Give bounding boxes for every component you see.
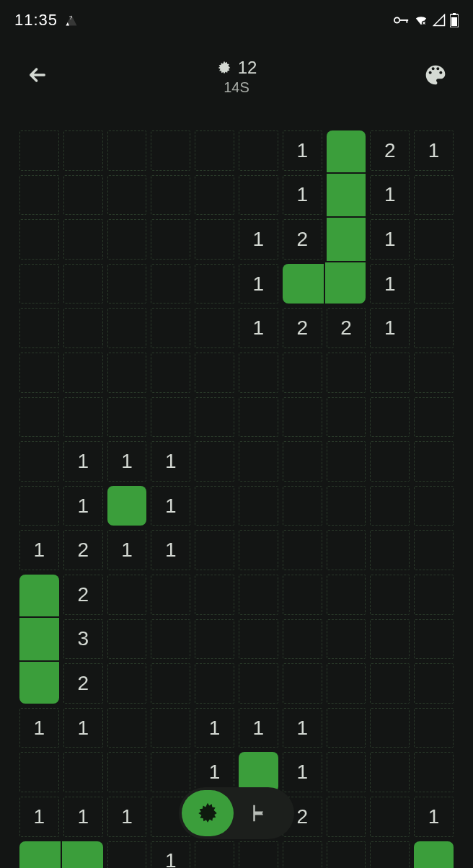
cell[interactable] [324, 794, 368, 839]
cell[interactable] [61, 350, 105, 395]
cell[interactable] [193, 173, 236, 218]
cell[interactable] [368, 706, 412, 750]
cell[interactable] [412, 439, 456, 484]
cell[interactable]: 1 [149, 439, 193, 484]
cell[interactable] [324, 128, 368, 173]
cell[interactable] [368, 617, 412, 662]
cell[interactable] [368, 750, 412, 794]
theme-palette-button[interactable] [418, 58, 453, 95]
cell[interactable] [236, 439, 280, 484]
cell[interactable] [149, 217, 193, 262]
cell[interactable] [324, 262, 368, 306]
cell[interactable]: 1 [368, 217, 412, 262]
cell[interactable]: 1 [105, 528, 149, 572]
cell[interactable] [368, 572, 412, 617]
cell[interactable] [280, 617, 324, 662]
cell[interactable] [193, 617, 236, 662]
cell[interactable] [280, 439, 324, 484]
cell[interactable] [105, 750, 149, 794]
cell[interactable] [324, 439, 368, 484]
cell[interactable] [280, 350, 324, 395]
back-button[interactable] [20, 58, 55, 95]
cell[interactable] [149, 706, 193, 750]
cell[interactable] [324, 706, 368, 750]
cell[interactable] [105, 839, 149, 869]
cell[interactable] [324, 350, 368, 395]
cell[interactable] [149, 350, 193, 395]
cell[interactable] [236, 484, 280, 528]
cell[interactable] [193, 217, 236, 262]
cell[interactable]: 1 [61, 484, 105, 528]
cell[interactable] [412, 306, 456, 350]
cell[interactable] [193, 350, 236, 395]
cell[interactable]: 1 [105, 439, 149, 484]
cell[interactable]: 1 [280, 706, 324, 750]
cell[interactable]: 1 [149, 839, 193, 869]
cell[interactable] [236, 528, 280, 572]
cell[interactable]: 1 [17, 528, 61, 572]
cell[interactable]: 1 [17, 794, 61, 839]
cell[interactable] [61, 217, 105, 262]
cell[interactable]: 3 [61, 617, 105, 662]
cell[interactable] [368, 839, 412, 869]
cell[interactable] [105, 350, 149, 395]
cell[interactable]: 1 [236, 306, 280, 350]
cell[interactable]: 1 [280, 750, 324, 794]
cell[interactable] [368, 439, 412, 484]
cell[interactable] [105, 395, 149, 440]
cell[interactable] [280, 572, 324, 617]
cell[interactable] [280, 484, 324, 528]
cell[interactable]: 2 [368, 128, 412, 173]
cell[interactable] [412, 750, 456, 794]
cell[interactable] [324, 617, 368, 662]
cell[interactable] [61, 128, 105, 173]
cell[interactable] [193, 128, 236, 173]
cell[interactable] [280, 661, 324, 706]
cell[interactable] [193, 262, 236, 306]
cell[interactable] [149, 128, 193, 173]
cell[interactable] [61, 395, 105, 440]
cell[interactable] [193, 839, 236, 869]
cell[interactable]: 1 [17, 706, 61, 750]
cell[interactable] [236, 572, 280, 617]
dig-mode-button[interactable] [182, 790, 234, 836]
cell[interactable]: 1 [236, 217, 280, 262]
cell[interactable] [17, 617, 61, 662]
cell[interactable]: 2 [280, 217, 324, 262]
cell[interactable] [236, 395, 280, 440]
cell[interactable] [193, 484, 236, 528]
cell[interactable]: 1 [280, 128, 324, 173]
cell[interactable] [324, 484, 368, 528]
cell[interactable] [324, 839, 368, 869]
cell[interactable] [368, 794, 412, 839]
cell[interactable] [149, 395, 193, 440]
cell[interactable]: 1 [236, 262, 280, 306]
cell[interactable] [193, 528, 236, 572]
cell[interactable]: 2 [61, 528, 105, 572]
cell[interactable] [324, 395, 368, 440]
cell[interactable] [17, 128, 61, 173]
cell[interactable]: 2 [324, 306, 368, 350]
cell[interactable] [17, 217, 61, 262]
cell[interactable] [236, 350, 280, 395]
cell[interactable] [324, 572, 368, 617]
cell[interactable] [236, 128, 280, 173]
cell[interactable]: 1 [61, 439, 105, 484]
cell[interactable] [149, 262, 193, 306]
cell[interactable] [61, 306, 105, 350]
cell[interactable] [324, 173, 368, 218]
cell[interactable]: 1 [368, 173, 412, 218]
cell[interactable] [105, 706, 149, 750]
cell[interactable] [280, 839, 324, 869]
cell[interactable] [368, 350, 412, 395]
cell[interactable]: 1 [280, 173, 324, 218]
cell[interactable] [412, 661, 456, 706]
cell[interactable] [412, 839, 456, 869]
cell[interactable] [193, 395, 236, 440]
cell[interactable] [412, 173, 456, 218]
cell[interactable] [412, 484, 456, 528]
cell[interactable]: 2 [280, 306, 324, 350]
cell[interactable] [105, 306, 149, 350]
cell[interactable] [324, 217, 368, 262]
cell[interactable] [412, 262, 456, 306]
